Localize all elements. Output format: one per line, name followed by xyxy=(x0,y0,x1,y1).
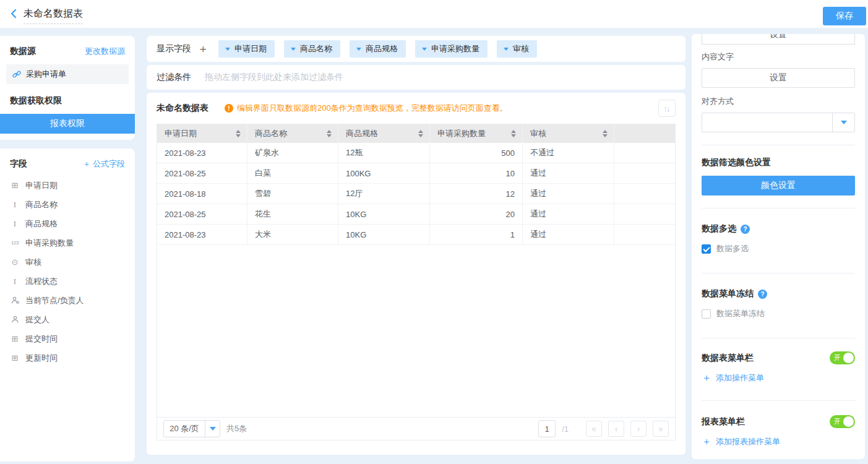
align-select[interactable] xyxy=(702,113,855,132)
prev-page-button[interactable]: ‹ xyxy=(608,421,624,437)
pagination-bar: 20 条/页 共5条 1 /1 « ‹ › » xyxy=(157,417,675,440)
divider xyxy=(702,338,855,338)
calendar-icon: ⊞ xyxy=(10,353,20,363)
preview-warning: ! 编辑界面只取数据源前200条作为查询数据预览，完整数据请访问页面查看。 xyxy=(225,103,508,114)
multi-select-heading: 数据多选? xyxy=(702,223,855,234)
sort-icon[interactable] xyxy=(511,130,516,137)
chevron-down-icon[interactable] xyxy=(832,113,854,132)
filter-placeholder: 拖动左侧字段到此处来添加过滤条件 xyxy=(205,72,343,83)
page-size-select[interactable]: 20 条/页 xyxy=(163,420,220,437)
field-chip[interactable]: 商品规格 xyxy=(350,40,406,58)
table-menu-toggle[interactable]: 开 xyxy=(830,351,855,364)
sort-icon[interactable] xyxy=(236,130,241,137)
calendar-icon: ⊞ xyxy=(10,181,20,190)
sort-icon[interactable] xyxy=(327,130,332,137)
add-action-menu-link[interactable]: ＋添加操作菜单 xyxy=(702,372,855,384)
field-item[interactable]: I流程状态 xyxy=(0,272,135,291)
field-list: ⊞申请日期 I商品名称 I商品规格 123申请采购数量 ⊙审核 I流程状态 当前… xyxy=(0,176,135,367)
field-item[interactable]: 123申请采购数量 xyxy=(0,233,135,252)
fields-panel: 字段 ＋ 公式字段 ⊞申请日期 I商品名称 I商品规格 123申请采购数量 ⊙审… xyxy=(0,148,135,462)
toggle-knob xyxy=(843,416,854,427)
align-select-value xyxy=(702,113,832,132)
field-item[interactable]: I商品名称 xyxy=(0,195,135,214)
table-title: 未命名数据表 xyxy=(157,103,208,114)
field-item[interactable]: ⊞提交时间 xyxy=(0,329,135,348)
field-chip[interactable]: 申请日期 xyxy=(218,40,275,58)
table-empty-area xyxy=(157,245,675,417)
color-settings-button[interactable]: 颜色设置 xyxy=(702,176,855,195)
text-icon: I xyxy=(10,219,20,229)
field-chip[interactable]: 商品名称 xyxy=(284,40,340,58)
datasource-item[interactable]: 采购申请单 xyxy=(6,64,129,84)
column-header[interactable]: 商品规格 xyxy=(338,124,430,143)
menu-freeze-option: 数据菜单冻结 xyxy=(702,308,855,319)
column-header[interactable]: 审核 xyxy=(523,124,614,143)
formula-field-link[interactable]: ＋ 公式字段 xyxy=(82,158,125,170)
table-row: 2021-08-25花生10KG20通过 xyxy=(157,204,675,225)
field-item[interactable]: ⊞更新时间 xyxy=(0,348,135,367)
chevron-down-icon[interactable] xyxy=(205,421,220,437)
chevron-down-icon[interactable] xyxy=(225,48,230,51)
permission-heading: 数据获取权限 xyxy=(0,84,135,106)
text-icon: I xyxy=(10,200,20,210)
report-menu-heading: 报表菜单栏 xyxy=(702,416,745,427)
chevron-down-icon[interactable] xyxy=(356,48,361,51)
plus-icon: ＋ xyxy=(82,159,93,168)
back-icon[interactable] xyxy=(9,8,20,19)
page-number-input[interactable]: 1 xyxy=(538,420,556,437)
settings-button-clipped[interactable]: 设置 xyxy=(702,34,855,45)
filter-bar[interactable]: 过滤条件 拖动左侧字段到此处来添加过滤条件 xyxy=(147,65,685,90)
table-row: 2021-08-23大米10KG1通过 xyxy=(157,225,675,245)
datasource-item-label: 采购申请单 xyxy=(26,69,66,80)
table-menu-section: 数据表菜单栏 开 xyxy=(702,351,855,364)
calendar-icon: ⊞ xyxy=(10,334,20,343)
page-title[interactable]: 未命名数据表 xyxy=(24,7,83,24)
table-menu-heading: 数据表菜单栏 xyxy=(702,353,754,364)
field-item[interactable]: ⊙审核 xyxy=(0,252,135,272)
datasource-panel: 数据源 更改数据源 采购申请单 数据获取权限 报表权限 xyxy=(0,36,135,140)
field-item[interactable]: I商品规格 xyxy=(0,214,135,233)
page-total-label: /1 xyxy=(562,424,569,434)
first-page-button[interactable]: « xyxy=(586,421,602,437)
help-icon[interactable]: ? xyxy=(758,290,767,299)
next-page-button[interactable]: › xyxy=(630,421,647,437)
help-icon[interactable]: ? xyxy=(741,225,750,234)
field-item[interactable]: 当前节点/负责人 xyxy=(0,291,135,310)
display-fields-label: 显示字段 xyxy=(157,43,191,54)
report-menu-section: 报表菜单栏 开 xyxy=(702,415,855,428)
warning-icon: ! xyxy=(225,104,233,113)
add-report-action-menu-link[interactable]: ＋添加报表操作菜单 xyxy=(702,436,855,447)
menu-freeze-checkbox[interactable] xyxy=(702,309,711,319)
menu-freeze-checkbox-label: 数据菜单冻结 xyxy=(716,308,765,319)
sort-order-button[interactable]: ↑↓ xyxy=(658,100,676,117)
save-button[interactable]: 保存 xyxy=(823,7,866,25)
person-icon xyxy=(10,316,20,324)
plus-icon: ＋ xyxy=(702,373,711,383)
data-table: 申请日期 商品名称 商品规格 申请采购数量 审核 2021-08-23矿泉水12… xyxy=(157,124,676,440)
change-datasource-link[interactable]: 更改数据源 xyxy=(85,46,125,57)
column-header-empty xyxy=(614,124,675,143)
column-header[interactable]: 申请采购数量 xyxy=(430,124,523,143)
column-header[interactable]: 商品名称 xyxy=(247,124,338,143)
content-text-settings-button[interactable]: 设置 xyxy=(702,68,855,88)
field-item[interactable]: 提交人 xyxy=(0,310,135,329)
table-header-row: 申请日期 商品名称 商品规格 申请采购数量 审核 xyxy=(157,124,675,143)
total-count: 共5条 xyxy=(226,423,247,434)
report-permission-button[interactable]: 报表权限 xyxy=(0,114,135,134)
field-chip[interactable]: 申请采购数量 xyxy=(415,40,488,58)
chevron-down-icon[interactable] xyxy=(291,48,296,51)
field-chip[interactable]: 审核 xyxy=(497,40,537,58)
chevron-down-icon[interactable] xyxy=(422,48,427,51)
column-header[interactable]: 申请日期 xyxy=(157,124,247,143)
field-item[interactable]: ⊞申请日期 xyxy=(0,176,135,195)
multi-select-checkbox[interactable] xyxy=(702,244,711,254)
filter-color-heading: 数据筛选颜色设置 xyxy=(702,157,855,168)
chevron-down-icon[interactable] xyxy=(504,48,509,51)
add-display-field-button[interactable]: ＋ xyxy=(197,43,208,54)
divider xyxy=(702,400,855,401)
sort-icon[interactable] xyxy=(603,130,608,137)
sort-icon[interactable] xyxy=(418,130,423,137)
report-menu-toggle[interactable]: 开 xyxy=(830,415,855,428)
last-page-button[interactable]: » xyxy=(653,421,669,437)
menu-freeze-heading: 数据菜单冻结? xyxy=(702,288,855,299)
